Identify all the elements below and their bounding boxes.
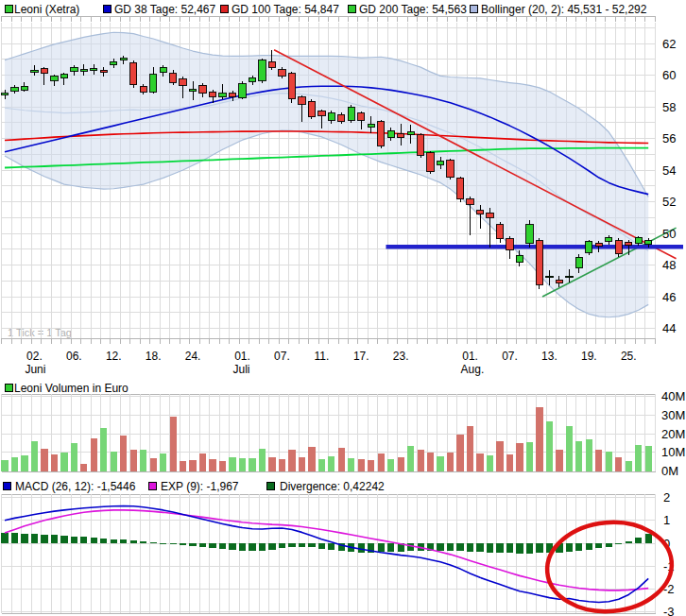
svg-text:10M: 10M xyxy=(661,445,685,459)
svg-text:0M: 0M xyxy=(661,464,678,478)
svg-text:25.: 25. xyxy=(621,350,637,363)
svg-text:2: 2 xyxy=(663,490,670,505)
svg-text:01.: 01. xyxy=(462,350,478,363)
svg-text:12.: 12. xyxy=(106,350,122,363)
svg-text:40M: 40M xyxy=(661,389,685,403)
svg-text:52: 52 xyxy=(662,195,676,209)
svg-text:13.: 13. xyxy=(541,350,557,363)
svg-text:30M: 30M xyxy=(661,408,685,422)
svg-text:-3: -3 xyxy=(663,605,675,616)
svg-text:50: 50 xyxy=(662,227,676,241)
svg-text:44: 44 xyxy=(662,321,676,335)
svg-text:62: 62 xyxy=(662,37,676,51)
svg-text:02.: 02. xyxy=(26,350,43,363)
svg-text:46: 46 xyxy=(662,290,676,304)
svg-text:24.: 24. xyxy=(185,350,201,363)
svg-text:07.: 07. xyxy=(502,350,518,363)
svg-text:56: 56 xyxy=(662,131,676,145)
svg-text:01.: 01. xyxy=(234,350,250,363)
svg-text:23.: 23. xyxy=(393,350,409,363)
svg-text:20M: 20M xyxy=(661,427,685,441)
svg-text:07.: 07. xyxy=(274,350,290,363)
svg-text:Juni: Juni xyxy=(25,363,45,376)
svg-text:Juli: Juli xyxy=(233,363,250,376)
svg-text:60: 60 xyxy=(662,68,676,82)
svg-text:Aug.: Aug. xyxy=(461,363,485,376)
stock-chart-leoni: Leoni (Xetra) GD 38 Tage: 52,467 GD 100 … xyxy=(0,0,686,616)
svg-text:1: 1 xyxy=(663,513,670,527)
svg-text:17.: 17. xyxy=(353,350,369,363)
svg-text:11.: 11. xyxy=(314,350,329,363)
svg-text:48: 48 xyxy=(662,258,676,272)
svg-text:18.: 18. xyxy=(146,350,162,363)
chart-canvas: 6260585654525048464402.Juni06.12.18.24.0… xyxy=(0,0,686,616)
svg-text:54: 54 xyxy=(662,163,676,178)
svg-text:06.: 06. xyxy=(66,350,82,363)
svg-text:19.: 19. xyxy=(581,350,597,363)
svg-text:58: 58 xyxy=(662,100,676,114)
